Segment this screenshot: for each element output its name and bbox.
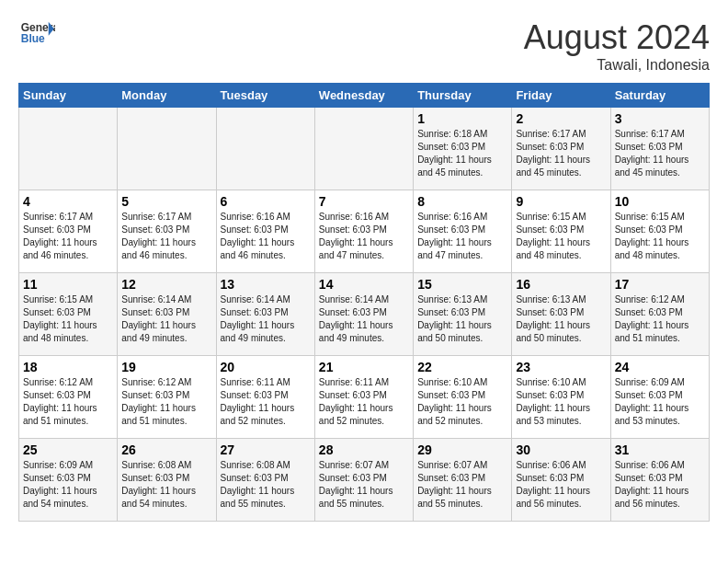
calendar-week-row: 11Sunrise: 6:15 AMSunset: 6:03 PMDayligh… (19, 273, 710, 356)
day-number: 16 (516, 277, 606, 292)
day-number: 12 (121, 277, 211, 292)
calendar-cell: 7Sunrise: 6:16 AMSunset: 6:03 PMDaylight… (314, 190, 413, 273)
day-info: Sunrise: 6:17 AMSunset: 6:03 PMDaylight:… (516, 128, 606, 179)
day-number: 9 (516, 194, 606, 209)
calendar-cell (314, 108, 413, 190)
month-year-title: August 2024 (524, 18, 710, 57)
day-number: 25 (23, 442, 113, 457)
day-number: 13 (221, 277, 311, 292)
calendar-cell: 28Sunrise: 6:07 AMSunset: 6:03 PMDayligh… (314, 439, 413, 522)
day-number: 5 (121, 194, 211, 209)
day-info: Sunrise: 6:14 AMSunset: 6:03 PMDaylight:… (121, 293, 211, 345)
day-info: Sunrise: 6:13 AMSunset: 6:03 PMDaylight:… (516, 293, 606, 345)
calendar-cell: 13Sunrise: 6:14 AMSunset: 6:03 PMDayligh… (216, 273, 314, 356)
day-info: Sunrise: 6:15 AMSunset: 6:03 PMDaylight:… (615, 211, 705, 262)
day-info: Sunrise: 6:16 AMSunset: 6:03 PMDaylight:… (221, 211, 311, 262)
day-info: Sunrise: 6:18 AMSunset: 6:03 PMDaylight:… (417, 128, 507, 179)
day-info: Sunrise: 6:12 AMSunset: 6:03 PMDaylight:… (121, 376, 211, 428)
calendar-cell: 17Sunrise: 6:12 AMSunset: 6:03 PMDayligh… (610, 273, 709, 356)
day-number: 24 (615, 360, 705, 374)
calendar-week-row: 4Sunrise: 6:17 AMSunset: 6:03 PMDaylight… (19, 190, 710, 273)
weekday-header-row: SundayMondayTuesdayWednesdayThursdayFrid… (19, 84, 710, 108)
calendar-cell: 23Sunrise: 6:10 AMSunset: 6:03 PMDayligh… (512, 356, 610, 439)
calendar-cell (118, 108, 216, 190)
calendar-cell: 8Sunrise: 6:16 AMSunset: 6:03 PMDaylight… (414, 190, 512, 273)
day-info: Sunrise: 6:17 AMSunset: 6:03 PMDaylight:… (23, 211, 113, 262)
calendar-cell (216, 108, 314, 190)
calendar-cell: 10Sunrise: 6:15 AMSunset: 6:03 PMDayligh… (610, 190, 709, 273)
calendar-cell: 9Sunrise: 6:15 AMSunset: 6:03 PMDaylight… (512, 190, 610, 273)
day-number: 2 (516, 111, 606, 126)
weekday-header-thursday: Thursday (414, 84, 512, 108)
calendar-cell: 1Sunrise: 6:18 AMSunset: 6:03 PMDaylight… (414, 108, 512, 190)
day-number: 7 (319, 194, 409, 209)
day-number: 3 (615, 111, 705, 126)
day-info: Sunrise: 6:15 AMSunset: 6:03 PMDaylight:… (516, 211, 606, 262)
day-number: 14 (319, 277, 409, 292)
weekday-header-sunday: Sunday (19, 84, 118, 108)
calendar-cell: 24Sunrise: 6:09 AMSunset: 6:03 PMDayligh… (610, 356, 709, 439)
day-number: 29 (417, 442, 507, 457)
svg-text:Blue: Blue (21, 32, 45, 45)
day-number: 27 (221, 442, 311, 457)
day-info: Sunrise: 6:07 AMSunset: 6:03 PMDaylight:… (417, 459, 507, 511)
location-subtitle: Tawali, Indonesia (524, 57, 710, 74)
day-number: 15 (417, 277, 507, 292)
weekday-header-tuesday: Tuesday (216, 84, 314, 108)
calendar-cell: 5Sunrise: 6:17 AMSunset: 6:03 PMDaylight… (118, 190, 216, 273)
calendar-cell: 15Sunrise: 6:13 AMSunset: 6:03 PMDayligh… (414, 273, 512, 356)
day-info: Sunrise: 6:17 AMSunset: 6:03 PMDaylight:… (121, 211, 211, 262)
title-block: August 2024 Tawali, Indonesia (524, 18, 710, 74)
calendar-cell (19, 108, 118, 190)
day-info: Sunrise: 6:09 AMSunset: 6:03 PMDaylight:… (23, 459, 113, 511)
calendar-cell: 20Sunrise: 6:11 AMSunset: 6:03 PMDayligh… (216, 356, 314, 439)
day-info: Sunrise: 6:11 AMSunset: 6:03 PMDaylight:… (319, 376, 409, 428)
day-number: 4 (23, 194, 113, 209)
calendar-cell: 27Sunrise: 6:08 AMSunset: 6:03 PMDayligh… (216, 439, 314, 522)
day-number: 31 (615, 442, 705, 457)
calendar-cell: 11Sunrise: 6:15 AMSunset: 6:03 PMDayligh… (19, 273, 118, 356)
calendar-cell: 21Sunrise: 6:11 AMSunset: 6:03 PMDayligh… (314, 356, 413, 439)
calendar-cell: 16Sunrise: 6:13 AMSunset: 6:03 PMDayligh… (512, 273, 610, 356)
calendar-week-row: 1Sunrise: 6:18 AMSunset: 6:03 PMDaylight… (19, 108, 710, 190)
calendar-cell: 12Sunrise: 6:14 AMSunset: 6:03 PMDayligh… (118, 273, 216, 356)
calendar-cell: 3Sunrise: 6:17 AMSunset: 6:03 PMDaylight… (610, 108, 709, 190)
weekday-header-saturday: Saturday (610, 84, 709, 108)
day-info: Sunrise: 6:09 AMSunset: 6:03 PMDaylight:… (615, 376, 705, 428)
day-info: Sunrise: 6:06 AMSunset: 6:03 PMDaylight:… (516, 459, 606, 511)
calendar-week-row: 25Sunrise: 6:09 AMSunset: 6:03 PMDayligh… (19, 439, 710, 522)
weekday-header-monday: Monday (118, 84, 216, 108)
calendar-cell: 31Sunrise: 6:06 AMSunset: 6:03 PMDayligh… (610, 439, 709, 522)
day-info: Sunrise: 6:17 AMSunset: 6:03 PMDaylight:… (615, 128, 705, 179)
calendar-cell: 25Sunrise: 6:09 AMSunset: 6:03 PMDayligh… (19, 439, 118, 522)
day-number: 1 (417, 111, 507, 126)
day-info: Sunrise: 6:15 AMSunset: 6:03 PMDaylight:… (23, 293, 113, 345)
page-header: General Blue August 2024 Tawali, Indones… (18, 18, 710, 74)
day-info: Sunrise: 6:07 AMSunset: 6:03 PMDaylight:… (319, 459, 409, 511)
day-number: 23 (516, 360, 606, 374)
day-number: 18 (23, 360, 113, 374)
calendar-cell: 18Sunrise: 6:12 AMSunset: 6:03 PMDayligh… (19, 356, 118, 439)
day-info: Sunrise: 6:11 AMSunset: 6:03 PMDaylight:… (221, 376, 311, 428)
day-number: 17 (615, 277, 705, 292)
calendar-cell: 29Sunrise: 6:07 AMSunset: 6:03 PMDayligh… (414, 439, 512, 522)
calendar-cell: 30Sunrise: 6:06 AMSunset: 6:03 PMDayligh… (512, 439, 610, 522)
day-number: 19 (121, 360, 211, 374)
weekday-header-wednesday: Wednesday (314, 84, 413, 108)
day-info: Sunrise: 6:10 AMSunset: 6:03 PMDaylight:… (417, 376, 507, 428)
day-info: Sunrise: 6:16 AMSunset: 6:03 PMDaylight:… (417, 211, 507, 262)
day-info: Sunrise: 6:16 AMSunset: 6:03 PMDaylight:… (319, 211, 409, 262)
day-info: Sunrise: 6:08 AMSunset: 6:03 PMDaylight:… (221, 459, 311, 511)
day-number: 28 (319, 442, 409, 457)
logo: General Blue (18, 18, 60, 46)
day-info: Sunrise: 6:12 AMSunset: 6:03 PMDaylight:… (23, 376, 113, 428)
day-number: 11 (23, 277, 113, 292)
day-info: Sunrise: 6:14 AMSunset: 6:03 PMDaylight:… (319, 293, 409, 345)
day-info: Sunrise: 6:10 AMSunset: 6:03 PMDaylight:… (516, 376, 606, 428)
calendar-cell: 14Sunrise: 6:14 AMSunset: 6:03 PMDayligh… (314, 273, 413, 356)
day-number: 26 (121, 442, 211, 457)
day-number: 22 (417, 360, 507, 374)
weekday-header-friday: Friday (512, 84, 610, 108)
day-info: Sunrise: 6:13 AMSunset: 6:03 PMDaylight:… (417, 293, 507, 345)
day-info: Sunrise: 6:06 AMSunset: 6:03 PMDaylight:… (615, 459, 705, 511)
